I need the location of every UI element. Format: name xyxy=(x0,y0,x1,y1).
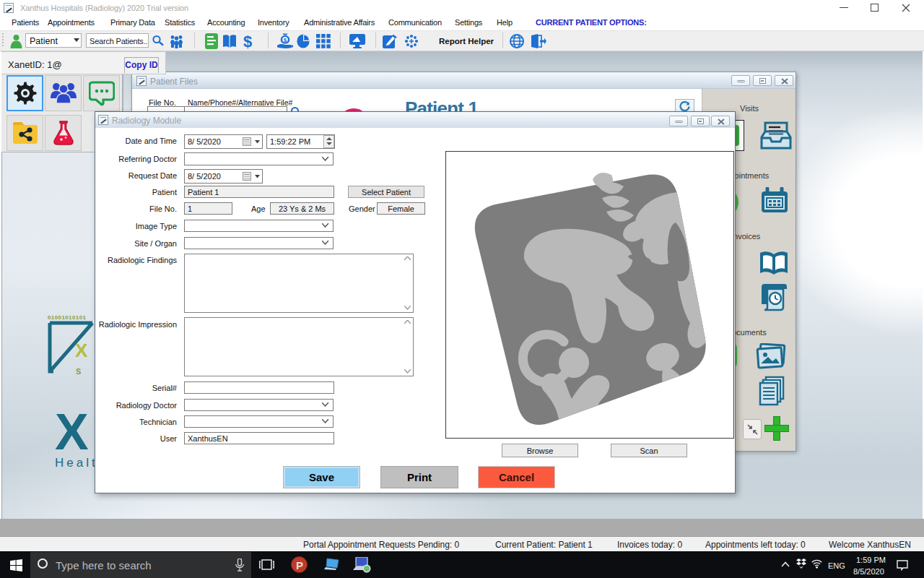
svg-text:$: $ xyxy=(284,37,287,43)
